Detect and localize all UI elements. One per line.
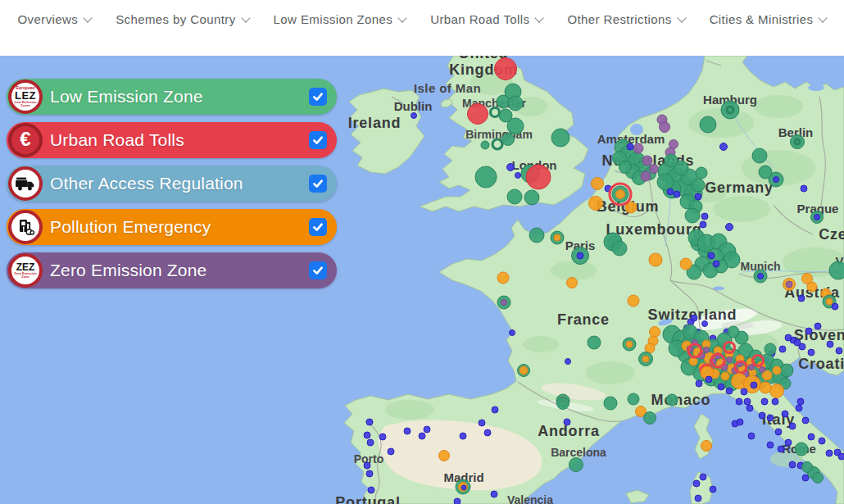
nav-item-urban-road-tolls[interactable]: Urban Road Tolls xyxy=(430,12,542,29)
map-marker-b[interactable] xyxy=(794,339,801,346)
map-marker-b[interactable] xyxy=(789,461,796,468)
nav-item-cities-ministries[interactable]: Cities & Ministries xyxy=(710,12,827,29)
map-marker-b[interactable] xyxy=(461,485,466,490)
map-marker-b[interactable] xyxy=(491,491,497,497)
map-marker-g[interactable] xyxy=(813,473,824,484)
nav-item-low-emission-zones[interactable]: Low Emission Zones xyxy=(274,12,406,29)
map-marker-g[interactable] xyxy=(657,174,674,190)
map-marker-o[interactable] xyxy=(701,441,712,452)
map-marker-b[interactable] xyxy=(826,450,833,456)
map-marker-b[interactable] xyxy=(484,429,491,436)
map-marker-r[interactable] xyxy=(468,104,488,125)
map-marker-g[interactable] xyxy=(529,228,544,243)
map-marker-g[interactable] xyxy=(721,101,739,119)
map-marker-o[interactable] xyxy=(773,366,781,375)
map-marker-b[interactable] xyxy=(736,398,742,405)
map-marker-b[interactable] xyxy=(695,495,701,502)
map-marker-o[interactable] xyxy=(760,382,771,393)
map-marker-o[interactable] xyxy=(807,282,817,292)
map-marker-g[interactable] xyxy=(685,208,700,223)
map-marker-b[interactable] xyxy=(411,113,417,119)
map-marker-p[interactable] xyxy=(633,143,643,153)
map-marker-b[interactable] xyxy=(460,433,466,439)
map-marker-b[interactable] xyxy=(424,426,430,433)
legend-checkbox[interactable] xyxy=(309,175,327,193)
map-marker-p[interactable] xyxy=(704,347,710,353)
legend-checkbox[interactable] xyxy=(309,88,327,106)
map-marker-b[interactable] xyxy=(801,185,807,192)
map-marker-b[interactable] xyxy=(700,221,706,228)
map-marker-p[interactable] xyxy=(786,281,792,288)
map-marker-b[interactable] xyxy=(693,480,700,487)
map-marker-b[interactable] xyxy=(702,321,708,327)
map-marker-g[interactable] xyxy=(802,462,813,473)
map-marker-b[interactable] xyxy=(565,359,571,365)
map-marker-b[interactable] xyxy=(367,439,374,446)
map-marker-o[interactable] xyxy=(826,298,833,305)
legend-item-other-access-regulation[interactable]: Other Access Regulation xyxy=(7,166,337,202)
map-marker-b[interactable] xyxy=(404,428,411,434)
map-marker-b[interactable] xyxy=(691,315,697,321)
map-marker-b[interactable] xyxy=(388,448,394,455)
map-marker-b[interactable] xyxy=(667,188,674,195)
map-marker-g[interactable] xyxy=(795,443,808,456)
legend-item-low-emission-zone[interactable]: European LEZ Low Emission Zones Low Emis… xyxy=(7,79,337,115)
map-marker-b[interactable] xyxy=(808,349,815,356)
map-marker-g[interactable] xyxy=(692,179,705,192)
map-marker-b[interactable] xyxy=(366,470,373,477)
map-marker-b[interactable] xyxy=(379,434,386,440)
map-marker-b[interactable] xyxy=(700,474,706,480)
map-marker-b[interactable] xyxy=(748,433,755,439)
map-marker-g[interactable] xyxy=(752,148,767,163)
map-marker-b[interactable] xyxy=(577,252,583,259)
map-marker-g[interactable] xyxy=(557,397,569,410)
map-marker-b[interactable] xyxy=(366,419,373,425)
map-marker-o[interactable] xyxy=(628,295,639,306)
map-marker-b[interactable] xyxy=(805,328,812,334)
map-marker-g[interactable] xyxy=(619,161,632,174)
map-marker-b[interactable] xyxy=(726,224,733,231)
map-marker-g[interactable] xyxy=(569,458,583,472)
map-marker-g[interactable] xyxy=(700,116,716,133)
map-marker-p[interactable] xyxy=(642,156,652,166)
map-marker-gd[interactable] xyxy=(491,108,500,117)
map-marker-g[interactable] xyxy=(791,135,805,149)
map-marker-o[interactable] xyxy=(567,278,578,288)
map-marker-o[interactable] xyxy=(642,356,649,362)
map-marker-o[interactable] xyxy=(650,327,660,338)
map-marker-p[interactable] xyxy=(660,122,670,133)
map-marker-p[interactable] xyxy=(727,357,733,363)
map-marker-b[interactable] xyxy=(796,405,802,411)
map-marker-p[interactable] xyxy=(501,300,507,306)
map-marker-b[interactable] xyxy=(836,347,842,354)
legend-item-zero-emission-zone[interactable]: ZEZ Zero Emission Zone Zero Emission Zon… xyxy=(7,252,337,288)
map-marker-b[interactable] xyxy=(815,323,821,329)
map-marker-b[interactable] xyxy=(827,341,833,347)
map-marker-b[interactable] xyxy=(701,213,708,220)
map-marker-b[interactable] xyxy=(802,417,809,424)
map-marker-b[interactable] xyxy=(695,193,701,200)
map-marker-b[interactable] xyxy=(710,486,716,493)
map-marker-b[interactable] xyxy=(746,405,753,411)
map-marker-b[interactable] xyxy=(492,406,498,413)
map-marker-r[interactable] xyxy=(495,58,517,80)
map-marker-b[interactable] xyxy=(674,191,680,198)
map-marker-b[interactable] xyxy=(767,415,774,421)
map-marker-b[interactable] xyxy=(785,334,792,341)
map-marker-b[interactable] xyxy=(713,261,719,267)
map-marker-b[interactable] xyxy=(785,439,792,446)
map-marker-o[interactable] xyxy=(439,451,450,461)
map-marker-g[interactable] xyxy=(644,412,656,425)
map-marker-g[interactable] xyxy=(524,190,539,205)
map-marker-o[interactable] xyxy=(497,272,509,284)
map-marker-g[interactable] xyxy=(604,397,617,410)
map-marker-gd[interactable] xyxy=(492,139,502,149)
map-marker-b[interactable] xyxy=(761,398,768,405)
map-marker-b[interactable] xyxy=(737,419,743,425)
map-marker-b[interactable] xyxy=(798,295,805,302)
map-marker-b[interactable] xyxy=(364,462,370,469)
map-marker-b[interactable] xyxy=(726,388,733,394)
map-marker-p[interactable] xyxy=(669,140,678,149)
map-marker-g[interactable] xyxy=(551,129,569,147)
map-marker-o[interactable] xyxy=(592,178,604,190)
